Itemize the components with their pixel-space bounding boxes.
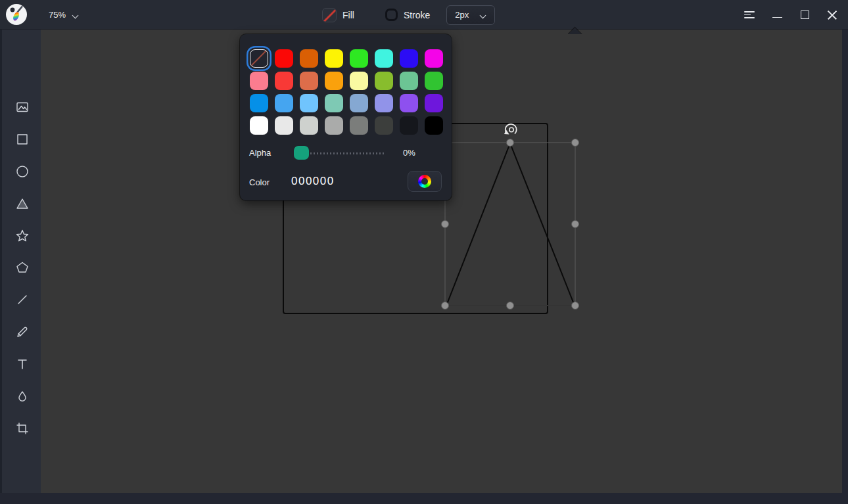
swatch-sky-blue[interactable] — [300, 94, 318, 112]
popover-arrow — [568, 26, 582, 34]
swatch-gray-25[interactable] — [375, 116, 393, 135]
swatch-periwinkle[interactable] — [375, 94, 393, 112]
swatch-red[interactable] — [275, 49, 293, 68]
swatch-light-blue[interactable] — [275, 94, 293, 112]
tool-triangle[interactable] — [9, 191, 35, 217]
maximize-icon — [801, 11, 809, 19]
chevron-down-icon — [72, 12, 79, 18]
swatch-medium-green[interactable] — [425, 72, 443, 90]
droplet-icon — [15, 389, 30, 403]
text-icon — [15, 357, 30, 371]
swatch-pink[interactable] — [250, 72, 268, 90]
swatch-pale-yellow[interactable] — [350, 72, 368, 90]
swatch-gray-90[interactable] — [275, 116, 293, 135]
color-hex-value[interactable]: 000000 — [291, 175, 335, 188]
triangle-icon — [15, 196, 30, 211]
line-icon — [15, 292, 30, 307]
swatch-gray-10[interactable] — [400, 116, 418, 135]
chevron-down-icon — [480, 12, 486, 18]
swatch-no-color[interactable] — [250, 49, 268, 68]
tool-line[interactable] — [9, 286, 35, 313]
star-icon — [15, 229, 30, 243]
swatch-gray-40[interactable] — [350, 116, 368, 135]
alpha-row: Alpha 0% — [240, 145, 452, 162]
rectangle-icon — [15, 132, 30, 147]
header-bar: 75% Fill Stroke 2px — [0, 0, 848, 30]
swatch-coral[interactable] — [300, 72, 318, 90]
alpha-value: 0% — [403, 148, 415, 158]
swatch-azure[interactable] — [250, 94, 268, 112]
swatch-grid — [250, 49, 443, 135]
hamburger-menu-icon — [744, 11, 755, 18]
fill-color-button[interactable]: Fill — [322, 8, 354, 22]
fill-swatch-icon — [322, 8, 337, 22]
close-icon — [827, 10, 837, 20]
color-row: Color 000000 — [240, 171, 452, 195]
stroke-label: Stroke — [404, 10, 430, 20]
swatch-amber[interactable] — [325, 72, 343, 90]
custom-color-button[interactable] — [408, 171, 442, 192]
swatch-yellow[interactable] — [325, 49, 343, 68]
color-picker-popover: Alpha 0% Color 000000 — [240, 34, 452, 200]
swatch-teal[interactable] — [325, 94, 343, 112]
swatch-sea-green[interactable] — [400, 72, 418, 90]
tool-droplet[interactable] — [9, 383, 35, 409]
swatch-blue[interactable] — [400, 49, 418, 68]
zoom-level-label: 75% — [49, 10, 66, 20]
stroke-width-dropdown[interactable]: 2px — [446, 5, 495, 25]
alpha-slider-handle[interactable] — [294, 146, 309, 160]
stroke-width-value: 2px — [455, 10, 469, 20]
swatch-gray-75[interactable] — [300, 116, 318, 135]
circle-icon — [15, 164, 30, 179]
stroke-color-button[interactable]: Stroke — [385, 9, 430, 21]
tool-star[interactable] — [9, 223, 35, 249]
swatch-yellow-green[interactable] — [375, 72, 393, 90]
tool-crop[interactable] — [9, 415, 35, 442]
minimize-button[interactable] — [765, 3, 789, 27]
swatch-white[interactable] — [250, 116, 268, 135]
swatch-gray-blue[interactable] — [350, 94, 368, 112]
minimize-icon — [772, 17, 782, 18]
zoom-control[interactable]: 75% — [49, 0, 79, 30]
swatch-light-red[interactable] — [275, 72, 293, 90]
tool-image[interactable] — [9, 94, 35, 120]
swatch-cyan[interactable] — [375, 49, 393, 68]
alpha-slider[interactable] — [294, 145, 386, 162]
swatch-orange[interactable] — [300, 49, 318, 68]
app-icon — [5, 3, 28, 26]
app-window: 75% Fill Stroke 2px — [0, 0, 848, 504]
maximize-button[interactable] — [793, 3, 816, 27]
tool-text[interactable] — [9, 351, 35, 377]
color-label: Color — [249, 177, 270, 187]
crop-icon — [15, 421, 30, 436]
tool-pencil[interactable] — [9, 319, 35, 345]
fill-label: Fill — [342, 10, 354, 20]
tool-circle[interactable] — [9, 158, 35, 185]
close-button[interactable] — [820, 3, 844, 27]
swatch-green[interactable] — [350, 49, 368, 68]
pencil-icon — [15, 325, 30, 339]
swatch-black[interactable] — [425, 116, 443, 135]
pentagon-icon — [15, 260, 30, 275]
swatch-violet[interactable] — [425, 94, 443, 112]
tool-rectangle[interactable] — [9, 126, 35, 152]
menu-button[interactable] — [738, 3, 761, 27]
swatch-purple[interactable] — [400, 94, 418, 112]
alpha-label: Alpha — [249, 148, 271, 158]
tool-sidebar — [0, 30, 41, 493]
swatch-magenta[interactable] — [425, 49, 443, 68]
color-wheel-icon — [418, 175, 431, 188]
stroke-swatch-icon — [385, 9, 398, 21]
swatch-gray-55[interactable] — [325, 116, 343, 135]
image-icon — [15, 100, 30, 114]
tool-pentagon[interactable] — [9, 254, 35, 281]
